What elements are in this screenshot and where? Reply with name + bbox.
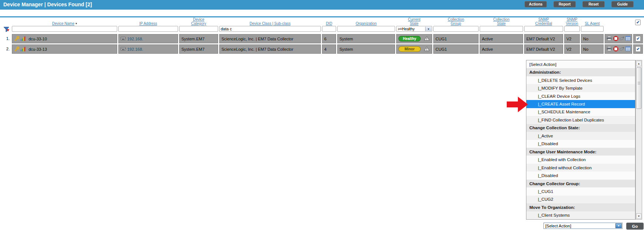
filter-snmp-credential-input[interactable] [524,26,563,32]
current-state-cell[interactable]: Healthy [396,34,432,43]
actions-button[interactable]: Actions [525,1,547,7]
scrollbar-thumb[interactable] [636,67,641,109]
action-menu-section-header: Move To Organization: [526,203,635,211]
current-state-cell[interactable]: Minor [396,44,432,54]
action-menu-item[interactable]: |_Active [526,132,635,140]
column-header-did[interactable]: DID [322,17,336,26]
device-name: dcu-33-13 [29,47,47,51]
page-title: Device Manager | Devices Found [2] [3,1,92,7]
device-name-cell[interactable]: dcu-33-13 [12,44,117,54]
filter-ip-address-input[interactable] [118,26,178,32]
footer-action-select[interactable]: [Select Action] ▼ [543,223,622,229]
snmp-credential-cell: EM7 Default V2 [524,34,563,43]
snmp-version-cell: V2 [564,34,580,43]
filter-sl-agent-input[interactable] [581,26,604,32]
collection-state-cell: Active [480,44,523,54]
action-menu-section-header: Change Collector Group: [526,180,635,187]
action-menu-item[interactable]: |_CUG2 [526,196,635,203]
ip-address: 192.168. [127,37,143,41]
device-tools-icon[interactable] [14,36,19,42]
filter-funnel-icon[interactable] [3,26,10,34]
action-menu-item[interactable]: |_Enabled without Collection [526,164,635,171]
lifering-icon[interactable] [613,46,618,52]
row-number: 1. [0,36,10,41]
ip-address-cell[interactable]: 192.168. [118,34,178,43]
action-menu-item[interactable]: |_FIND Collection Label Duplicates [526,116,635,124]
filter-snmp-version-input[interactable] [564,26,580,32]
column-header-sl-agent[interactable]: SL Agent [581,17,604,26]
action-menu-item[interactable]: |_Enabled with Collection [526,156,635,163]
dropdown-arrow-icon[interactable]: ▼ [425,27,431,31]
column-header-snmp-credential[interactable]: SNMPCredential [524,17,563,26]
filter-device-category-input[interactable] [179,26,218,32]
filter-organization-input[interactable] [337,26,395,32]
toolbox-icon[interactable] [620,46,624,52]
select-all-checkbox[interactable]: ✔ [635,20,641,25]
row-select-cell: ✔ [633,34,643,43]
check-icon: ✔ [636,20,640,24]
filter-current-state-select[interactable]: >=Healthy▼ [396,26,432,32]
action-menu-scrollbar[interactable]: ▲ ▼ [635,60,642,220]
did-cell: 4 [322,44,336,54]
column-header-organization[interactable]: Organization [337,17,395,26]
table-row[interactable]: 1. d [0,34,644,43]
reset-button[interactable]: Reset [582,1,605,7]
device-tools-icon[interactable] [14,46,19,52]
sort-indicator-icon: ▾ [76,22,77,25]
action-menu-item[interactable]: |_SCHEDULE Maintenance [526,108,635,116]
dropdown-arrow-icon[interactable]: ▼ [615,223,622,228]
state-pill: Minor [398,46,421,52]
report-button[interactable]: Report [553,1,576,7]
filter-device-class-input[interactable] [219,26,321,32]
table-row[interactable]: 2. d [0,44,644,54]
printer-icon[interactable] [607,46,612,52]
asset-table-icon[interactable] [625,36,631,41]
scroll-up-icon[interactable]: ▲ [636,61,641,66]
row-checkbox[interactable]: ✔ [635,46,641,52]
column-header-current-state[interactable]: CurrentState [396,17,432,26]
red-arrow-annotation [507,96,528,114]
printer-icon[interactable] [607,36,612,41]
action-menu-item[interactable]: |_Disabled [526,140,635,148]
action-menu-item[interactable]: |_CREATE Asset Record [526,100,635,108]
organization-cell[interactable]: System [337,34,395,43]
filter-did-input[interactable] [322,26,336,32]
filter-current-state-value: >=Healthy [397,27,415,31]
collection-group-cell: CUG1 [433,44,479,54]
ip-address-cell[interactable]: 192.168. [118,44,178,54]
warning-icon[interactable] [424,46,430,52]
organization-cell[interactable]: System [337,44,395,54]
filter-device-name-input[interactable] [12,26,117,32]
sl-agent-cell: No [581,34,604,43]
warning-icon[interactable] [424,36,430,41]
column-header-device-category[interactable]: DeviceCategory [179,17,218,26]
lifering-icon[interactable] [613,36,618,42]
device-graph-icon[interactable] [20,36,26,42]
row-checkbox[interactable]: ✔ [635,36,641,41]
action-menu-item[interactable]: |_DELETE Selected Devices [526,76,635,84]
device-graph-icon[interactable] [20,46,26,52]
column-header-collection-state[interactable]: CollectionState [480,17,523,26]
action-menu-item[interactable]: |_Client Systems [526,211,635,219]
filter-collection-state-input[interactable] [480,26,523,32]
column-header-ip-address[interactable]: IP Address [118,17,178,26]
sl-agent-cell: No [581,44,604,54]
interface-icon [121,47,126,51]
guide-button[interactable]: Guide [611,1,634,7]
action-menu-item[interactable]: |_CLEAR Device Logs [526,92,635,100]
toolbox-icon[interactable] [620,36,624,41]
column-header-device-name[interactable]: Device Name▾ [12,17,117,26]
action-menu-item[interactable]: |_CUG1 [526,187,635,195]
scroll-down-icon[interactable]: ▼ [636,213,641,219]
action-menu-item[interactable]: |_Disabled [526,171,635,179]
column-header-collection-group[interactable]: CollectionGroup [433,17,479,26]
action-menu-item[interactable]: |_MODIFY By Template [526,84,635,92]
column-header-device-class[interactable]: Device Class | Sub-class [219,17,321,26]
go-button[interactable]: Go [626,223,644,230]
asset-table-icon[interactable] [625,46,631,52]
column-header-snmp-version[interactable]: SNMPVersion [564,17,580,26]
device-name-cell[interactable]: dcu-33-10 [12,34,117,43]
filter-collection-group-input[interactable] [433,26,479,32]
device-class-cell: ScienceLogic, Inc. | EM7 Data Collector [219,44,321,54]
action-menu-item[interactable]: [Select Action] [526,60,635,68]
